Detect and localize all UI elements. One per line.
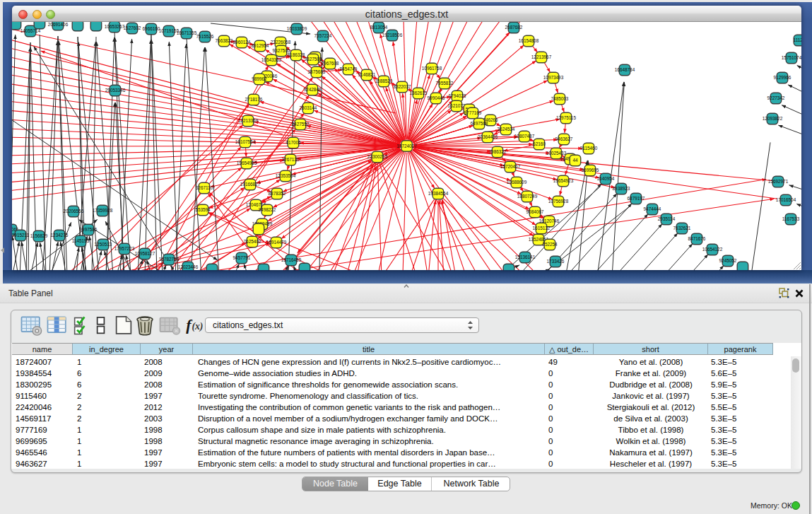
svg-text:2803144: 2803144 (300, 105, 317, 110)
svg-text:9146821: 9146821 (358, 72, 376, 77)
svg-text:16782759: 16782759 (159, 257, 180, 262)
svg-text:2935114: 2935114 (658, 216, 676, 221)
svg-text:7955812: 7955812 (436, 81, 454, 86)
svg-text:10653267: 10653267 (105, 24, 125, 29)
svg-text:417006: 417006 (286, 140, 301, 145)
svg-text:8960124: 8960124 (233, 40, 251, 45)
svg-text:989962: 989962 (252, 76, 267, 81)
svg-text:16154808: 16154808 (519, 38, 539, 43)
svg-text:8471676: 8471676 (688, 236, 706, 241)
svg-text:1167533: 1167533 (782, 216, 800, 221)
svg-text:6497568: 6497568 (471, 121, 488, 126)
svg-text:15720407: 15720407 (500, 164, 521, 169)
svg-text:10025433: 10025433 (546, 151, 567, 156)
svg-text:9115460: 9115460 (580, 146, 598, 151)
svg-text:17359928: 17359928 (93, 208, 113, 213)
svg-text:3624534: 3624534 (498, 127, 515, 132)
svg-text:7632621: 7632621 (673, 226, 691, 230)
svg-text:9777169: 9777169 (464, 110, 482, 115)
svg-text:8938923: 8938923 (613, 186, 630, 191)
svg-text:12023446: 12023446 (178, 264, 199, 269)
svg-text:19384554: 19384554 (428, 191, 449, 196)
svg-text:1145193: 1145193 (72, 238, 90, 243)
svg-text:15136141: 15136141 (515, 255, 536, 259)
svg-text:3498222: 3498222 (259, 207, 276, 212)
svg-text:12213967: 12213967 (531, 54, 552, 59)
svg-text:9474444: 9474444 (644, 206, 661, 211)
svg-text:6966160: 6966160 (143, 26, 160, 31)
svg-text:16648784: 16648784 (615, 67, 635, 72)
svg-text:16543362: 16543362 (261, 57, 282, 62)
svg-text:18807249: 18807249 (517, 194, 538, 199)
svg-text:553594: 553594 (195, 207, 211, 212)
svg-text:8322037: 8322037 (394, 84, 411, 89)
svg-text:3915211: 3915211 (12, 233, 30, 238)
svg-text:12213369: 12213369 (238, 118, 259, 123)
svg-text:19218506: 19218506 (382, 33, 403, 37)
svg-text:9990448: 9990448 (428, 95, 445, 100)
svg-text:9242848: 9242848 (304, 87, 322, 92)
svg-text:8912954: 8912954 (252, 43, 269, 48)
svg-text:10961758: 10961758 (422, 66, 442, 71)
svg-text:23226058: 23226058 (271, 40, 291, 45)
svg-text:(x): (x) (192, 321, 203, 332)
svg-text:1588520: 1588520 (375, 78, 393, 83)
svg-text:7357224: 7357224 (314, 33, 332, 38)
svg-text:19654923: 19654923 (553, 178, 574, 183)
svg-text:15716485: 15716485 (281, 257, 302, 262)
svg-text:1621072: 1621072 (448, 103, 466, 108)
svg-text:10973493: 10973493 (543, 75, 564, 80)
svg-text:3875685: 3875685 (308, 69, 326, 74)
svg-text:20364436: 20364436 (478, 134, 498, 139)
svg-text:8454749: 8454749 (340, 66, 358, 71)
svg-text:252254: 252254 (542, 242, 558, 247)
svg-text:2718176: 2718176 (245, 97, 263, 102)
svg-text:16033809: 16033809 (287, 26, 307, 31)
svg-text:7485003: 7485003 (551, 96, 569, 101)
svg-text:29053346: 29053346 (105, 88, 126, 93)
svg-text:12093822: 12093822 (763, 116, 783, 121)
svg-text:8427552: 8427552 (292, 122, 310, 127)
svg-text:17957223: 17957223 (114, 246, 135, 251)
svg-text:9245052: 9245052 (719, 258, 737, 263)
svg-text:16914479: 16914479 (266, 240, 287, 245)
svg-text:6879197: 6879197 (628, 196, 645, 201)
svg-text:10654122: 10654122 (702, 247, 723, 252)
svg-text:9463627: 9463627 (555, 136, 573, 141)
svg-text:1250513: 1250513 (95, 242, 112, 247)
svg-text:10688609: 10688609 (507, 180, 527, 185)
svg-text:9699695: 9699695 (582, 168, 599, 173)
svg-text:1733426: 1733426 (547, 259, 565, 264)
svg-text:11125: 11125 (794, 37, 801, 42)
svg-text:10756928: 10756928 (548, 199, 569, 204)
svg-text:7625402: 7625402 (244, 239, 261, 244)
svg-text:8878352: 8878352 (269, 191, 286, 196)
svg-text:1527602: 1527602 (124, 25, 141, 30)
svg-text:17016504: 17016504 (776, 197, 796, 202)
svg-text:15692971: 15692971 (768, 179, 789, 184)
svg-text:2687682: 2687682 (505, 25, 523, 30)
svg-text:3267130: 3267130 (282, 157, 300, 162)
svg-text:20206556: 20206556 (64, 209, 84, 214)
svg-text:8813054: 8813054 (370, 25, 388, 30)
svg-text:15751074: 15751074 (782, 55, 801, 60)
svg-text:16107554: 16107554 (235, 139, 256, 144)
svg-text:1156829: 1156829 (30, 233, 48, 238)
svg-text:1615132: 1615132 (533, 226, 551, 230)
svg-text:19166827: 19166827 (240, 182, 261, 187)
svg-text:9327508: 9327508 (305, 57, 322, 62)
svg-text:23300215: 23300215 (367, 154, 388, 159)
svg-text:20691406: 20691406 (48, 22, 69, 27)
svg-text:8186328: 8186328 (288, 52, 305, 57)
svg-text:7986322: 7986322 (489, 149, 507, 154)
svg-text:7663822: 7663822 (216, 38, 233, 43)
svg-text:9457791: 9457791 (233, 255, 251, 260)
svg-text:62160: 62160 (533, 141, 546, 146)
svg-text:9084067: 9084067 (526, 209, 544, 214)
svg-text:3267110: 3267110 (196, 185, 213, 190)
svg-text:19654985: 19654985 (237, 160, 257, 165)
svg-text:44: 44 (572, 158, 578, 163)
svg-text:6794028: 6794028 (449, 93, 466, 98)
svg-text:1640954: 1640954 (597, 176, 615, 181)
svg-text:10958127: 10958127 (135, 251, 155, 256)
